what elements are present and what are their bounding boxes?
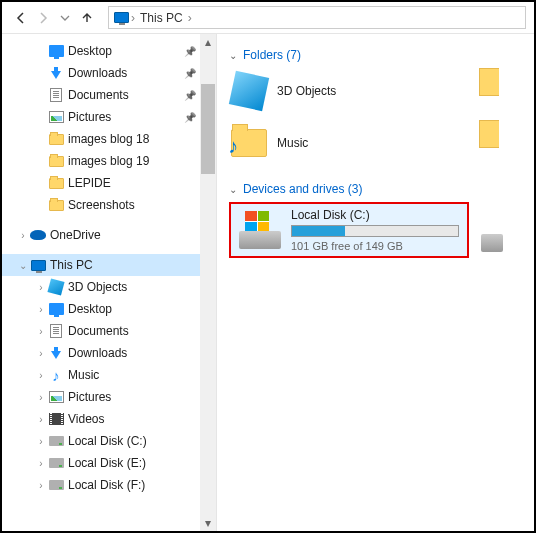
- up-button[interactable]: [76, 7, 98, 29]
- nav-item-label: Downloads: [68, 346, 127, 360]
- nav-tree: Desktop📌Downloads📌Documents📌Pictures📌ima…: [2, 34, 217, 531]
- recent-dropdown[interactable]: [54, 7, 76, 29]
- music-folder-icon: [229, 123, 269, 163]
- nav-item-label: Desktop: [68, 44, 112, 58]
- nav-item-downloads[interactable]: Downloads📌: [2, 62, 216, 84]
- nav-item-label: Documents: [68, 324, 129, 338]
- content-pane: ⌄ Folders (7) 3D Objects Music ⌄ Devices…: [217, 34, 534, 531]
- expand-icon[interactable]: ›: [34, 436, 48, 447]
- folder-tile-partial[interactable]: [469, 68, 499, 114]
- expand-icon[interactable]: ›: [34, 326, 48, 337]
- down-icon: [48, 345, 64, 361]
- expand-icon[interactable]: ›: [34, 304, 48, 315]
- section-label: Folders (7): [243, 48, 301, 62]
- nav-item-local-disk-f-[interactable]: ›Local Disk (F:): [2, 474, 216, 496]
- nav-item-label: LEPIDE: [68, 176, 111, 190]
- nav-item-documents[interactable]: ›Documents: [2, 320, 216, 342]
- nav-item-images-blog-18[interactable]: images blog 18: [2, 128, 216, 150]
- nav-item-label: Videos: [68, 412, 104, 426]
- nav-item-documents[interactable]: Documents📌: [2, 84, 216, 106]
- nav-item-lepide[interactable]: LEPIDE: [2, 172, 216, 194]
- drive-info: Local Disk (C:) 101 GB free of 149 GB: [291, 208, 459, 252]
- nav-item-label: 3D Objects: [68, 280, 127, 294]
- nav-item-pictures[interactable]: ›Pictures: [2, 386, 216, 408]
- nav-item-downloads[interactable]: ›Downloads: [2, 342, 216, 364]
- forward-button[interactable]: [32, 7, 54, 29]
- nav-item-desktop[interactable]: Desktop📌: [2, 40, 216, 62]
- scrollbar[interactable]: ▴ ▾: [200, 34, 216, 531]
- monitor-icon: [30, 257, 46, 273]
- tile-label: 3D Objects: [277, 84, 336, 98]
- nav-item-label: Downloads: [68, 66, 127, 80]
- breadcrumb-segment[interactable]: This PC: [137, 11, 186, 25]
- nav-item-label: Music: [68, 368, 99, 382]
- pin-icon: 📌: [184, 46, 196, 57]
- nav-item-screenshots[interactable]: Screenshots: [2, 194, 216, 216]
- folder-tile-music[interactable]: Music: [229, 120, 469, 166]
- desktop-icon: [48, 301, 64, 317]
- onedrive-icon: [30, 227, 46, 243]
- pic-icon: [48, 109, 64, 125]
- drive-icon: [48, 433, 64, 449]
- doc-icon: [48, 87, 64, 103]
- folder-icon: [48, 131, 64, 147]
- expand-icon[interactable]: ›: [34, 414, 48, 425]
- pic-icon: [48, 389, 64, 405]
- drive-name: Local Disk (C:): [291, 208, 459, 222]
- chevron-right-icon: ›: [186, 11, 194, 25]
- toolbar: › This PC ›: [2, 2, 534, 34]
- expand-icon[interactable]: ›: [34, 370, 48, 381]
- scroll-up-icon[interactable]: ▴: [200, 34, 216, 50]
- nav-item-label: Screenshots: [68, 198, 135, 212]
- folders-section-header[interactable]: ⌄ Folders (7): [229, 48, 528, 62]
- pin-icon: 📌: [184, 90, 196, 101]
- nav-item-videos[interactable]: ›Videos: [2, 408, 216, 430]
- nav-item-music[interactable]: ›♪Music: [2, 364, 216, 386]
- nav-item-label: Pictures: [68, 390, 111, 404]
- video-icon: [48, 411, 64, 427]
- drive-tile-local-disk-c[interactable]: Local Disk (C:) 101 GB free of 149 GB: [229, 202, 469, 258]
- nav-item-label: Documents: [68, 88, 129, 102]
- nav-item-label: OneDrive: [50, 228, 101, 242]
- nav-item-desktop[interactable]: ›Desktop: [2, 298, 216, 320]
- chevron-down-icon: ⌄: [229, 50, 237, 61]
- chevron-down-icon: ⌄: [229, 184, 237, 195]
- section-label: Devices and drives (3): [243, 182, 362, 196]
- expand-icon[interactable]: ›: [16, 230, 30, 241]
- folder-tile-partial[interactable]: [469, 120, 499, 166]
- devices-section-header[interactable]: ⌄ Devices and drives (3): [229, 182, 528, 196]
- scroll-thumb[interactable]: [201, 84, 215, 174]
- expand-icon[interactable]: ⌄: [16, 260, 30, 271]
- expand-icon[interactable]: ›: [34, 282, 48, 293]
- expand-icon[interactable]: ›: [34, 348, 48, 359]
- nav-item-pictures[interactable]: Pictures📌: [2, 106, 216, 128]
- address-bar[interactable]: › This PC ›: [108, 6, 526, 29]
- desktop-icon: [48, 43, 64, 59]
- nav-item-this-pc[interactable]: ⌄This PC: [2, 254, 216, 276]
- pin-icon: 📌: [184, 112, 196, 123]
- nav-item-onedrive[interactable]: ›OneDrive: [2, 224, 216, 246]
- nav-item-local-disk-c-[interactable]: ›Local Disk (C:): [2, 430, 216, 452]
- pin-icon: 📌: [184, 68, 196, 79]
- capacity-bar: [291, 225, 459, 237]
- scroll-down-icon[interactable]: ▾: [200, 515, 216, 531]
- nav-item-label: Local Disk (C:): [68, 434, 147, 448]
- 3d-icon: [48, 279, 64, 295]
- nav-item-images-blog-19[interactable]: images blog 19: [2, 150, 216, 172]
- drive-free-text: 101 GB free of 149 GB: [291, 240, 459, 252]
- back-button[interactable]: [10, 7, 32, 29]
- drive-icon: [48, 455, 64, 471]
- nav-item-label: This PC: [50, 258, 93, 272]
- monitor-icon: [113, 10, 129, 26]
- drive-icon: [48, 477, 64, 493]
- 3d-objects-icon: [229, 71, 269, 111]
- folder-icon: [48, 175, 64, 191]
- down-icon: [48, 65, 64, 81]
- drive-tile-partial[interactable]: [481, 208, 503, 252]
- nav-item-3d-objects[interactable]: ›3D Objects: [2, 276, 216, 298]
- expand-icon[interactable]: ›: [34, 458, 48, 469]
- nav-item-local-disk-e-[interactable]: ›Local Disk (E:): [2, 452, 216, 474]
- expand-icon[interactable]: ›: [34, 392, 48, 403]
- expand-icon[interactable]: ›: [34, 480, 48, 491]
- folder-tile-3d-objects[interactable]: 3D Objects: [229, 68, 469, 114]
